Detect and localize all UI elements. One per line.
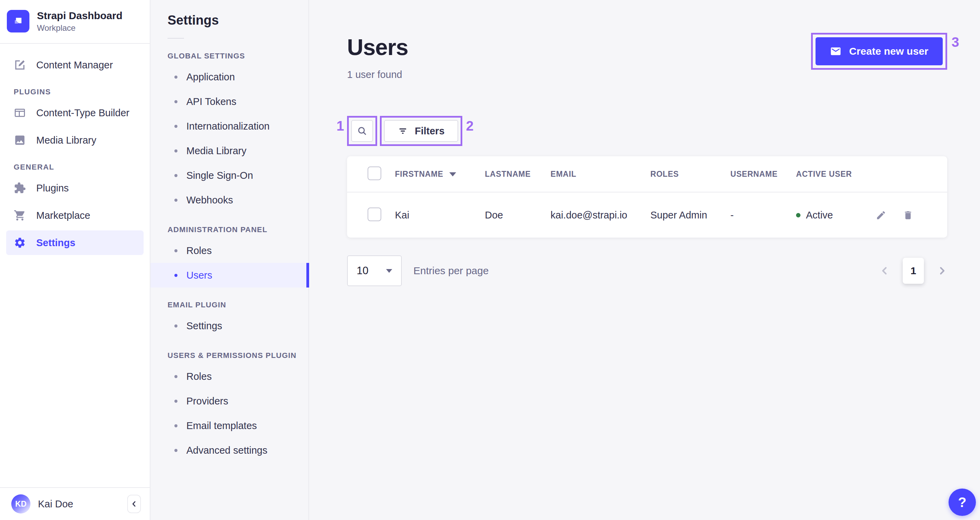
users-page: Users 1 user found 3 Create new user 1 2… <box>310 0 980 520</box>
bullet-icon <box>174 100 177 103</box>
next-page-button[interactable] <box>937 266 947 276</box>
divider <box>167 38 184 39</box>
edit-user-button[interactable] <box>876 210 886 221</box>
subnav-item-application[interactable]: Application <box>150 65 309 89</box>
puzzle-icon <box>14 182 26 194</box>
user-name: Kai Doe <box>38 498 73 510</box>
sidebar-item-label: Settings <box>36 237 75 248</box>
column-header-firstname[interactable]: FIRSTNAME <box>395 170 485 179</box>
subnav-item-internationalization[interactable]: Internationalization <box>150 114 309 138</box>
user-count: 1 user found <box>347 69 408 80</box>
layout-grid-icon <box>14 107 26 119</box>
annotation-label-2: 2 <box>466 119 474 133</box>
subnav-item-roles-admin[interactable]: Roles <box>150 238 309 263</box>
row-checkbox[interactable] <box>368 208 381 221</box>
sidebar-item-label: Marketplace <box>36 210 90 221</box>
previous-page-button[interactable] <box>880 266 890 276</box>
subnav-item-media-library[interactable]: Media Library <box>150 138 309 163</box>
table-row[interactable]: Kai Doe kai.doe@strapi.io Super Admin - … <box>347 192 947 238</box>
bullet-icon <box>174 400 177 403</box>
subnav-item-label: Single Sign-On <box>186 170 253 181</box>
column-header-email[interactable]: EMAIL <box>550 170 651 179</box>
bullet-icon <box>174 324 177 328</box>
sidebar-item-marketplace[interactable]: Marketplace <box>6 203 144 228</box>
subnav-item-webhooks[interactable]: Webhooks <box>150 188 309 212</box>
page-title: Users <box>347 34 408 60</box>
select-all-checkbox[interactable] <box>368 167 381 180</box>
subnav-item-label: API Tokens <box>186 96 236 107</box>
sidebar-item-media-library[interactable]: Media Library <box>6 128 144 153</box>
main-sidebar: Strapi Dashboard Workplace Content Manag… <box>0 0 150 520</box>
annotation-label-1: 1 <box>336 119 344 133</box>
subnav-item-label: Roles <box>186 371 212 382</box>
sidebar-item-content-manager[interactable]: Content Manager <box>6 52 144 77</box>
subnav-item-users[interactable]: Users <box>150 263 309 288</box>
workspace-name: Workplace <box>37 23 123 33</box>
help-button[interactable]: ? <box>948 488 976 516</box>
bullet-icon <box>174 424 177 427</box>
subnav-section-administration-panel: ADMINISTRATION PANEL <box>167 225 309 234</box>
user-avatar[interactable]: KD <box>11 495 30 514</box>
subnav-item-label: Media Library <box>186 145 247 157</box>
subnav-item-label: Providers <box>186 396 228 407</box>
bullet-icon <box>174 174 177 177</box>
subnav-item-providers[interactable]: Providers <box>150 389 309 413</box>
filter-icon <box>398 126 408 136</box>
bullet-icon <box>174 149 177 153</box>
gear-icon <box>14 237 26 249</box>
page-number-1[interactable]: 1 <box>903 258 924 284</box>
column-header-username[interactable]: USERNAME <box>730 170 796 179</box>
caret-down-icon <box>386 269 392 273</box>
image-icon <box>14 134 26 146</box>
search-button[interactable] <box>351 120 373 142</box>
cell-lastname: Doe <box>485 210 550 221</box>
users-table: FIRSTNAME LASTNAME EMAIL ROLES USERNAME … <box>347 156 947 238</box>
search-icon <box>357 126 367 136</box>
chevron-left-icon <box>880 266 890 276</box>
annotation-box-filters: 2 Filters <box>380 116 462 146</box>
column-header-roles[interactable]: ROLES <box>651 170 730 179</box>
settings-subnav: Settings GLOBAL SETTINGS Application API… <box>150 0 309 520</box>
subnav-section-global-settings: GLOBAL SETTINGS <box>167 52 309 60</box>
bullet-icon <box>174 449 177 452</box>
subnav-title: Settings <box>167 13 309 28</box>
subnav-item-label: Email templates <box>186 420 257 431</box>
subnav-item-email-templates[interactable]: Email templates <box>150 413 309 438</box>
app-title: Strapi Dashboard <box>37 10 123 22</box>
filters-button[interactable]: Filters <box>384 120 458 142</box>
cell-email: kai.doe@strapi.io <box>550 210 651 221</box>
bullet-icon <box>174 125 177 128</box>
collapse-sidebar-button[interactable] <box>127 495 141 513</box>
delete-user-button[interactable] <box>903 210 913 221</box>
subnav-section-users-permissions-plugin: USERS & PERMISSIONS PLUGIN <box>167 351 309 360</box>
column-header-lastname[interactable]: LASTNAME <box>485 170 550 179</box>
subnav-item-label: Advanced settings <box>186 445 267 456</box>
subnav-item-email-settings[interactable]: Settings <box>150 313 309 338</box>
cell-firstname: Kai <box>395 210 485 221</box>
column-header-active-user[interactable]: ACTIVE USER <box>796 170 876 179</box>
page-size-value: 10 <box>356 265 368 277</box>
bullet-icon <box>174 274 177 277</box>
sidebar-item-label: Plugins <box>36 183 69 194</box>
subnav-item-api-tokens[interactable]: API Tokens <box>150 89 309 114</box>
sidebar-item-settings[interactable]: Settings <box>6 231 144 255</box>
create-button-label: Create new user <box>849 46 928 57</box>
cell-roles: Super Admin <box>651 210 730 221</box>
subnav-item-advanced-settings[interactable]: Advanced settings <box>150 438 309 463</box>
table-header-row: FIRSTNAME LASTNAME EMAIL ROLES USERNAME … <box>347 156 947 192</box>
sidebar-item-content-type-builder[interactable]: Content-Type Builder <box>6 100 144 125</box>
sidebar-item-plugins[interactable]: Plugins <box>6 176 144 200</box>
cell-active-user: Active <box>796 210 876 221</box>
chevron-left-icon <box>130 499 138 508</box>
mail-icon <box>830 46 842 57</box>
subnav-item-roles-up[interactable]: Roles <box>150 364 309 389</box>
pencil-icon <box>876 210 886 221</box>
page-size-select[interactable]: 10 <box>347 255 402 286</box>
cart-icon <box>14 209 26 221</box>
sidebar-item-label: Content-Type Builder <box>36 107 129 119</box>
workspace-switcher[interactable]: Strapi Dashboard Workplace <box>0 0 150 44</box>
bullet-icon <box>174 199 177 202</box>
create-new-user-button[interactable]: Create new user <box>816 37 943 65</box>
subnav-item-single-sign-on[interactable]: Single Sign-On <box>150 163 309 188</box>
trash-icon <box>903 210 913 221</box>
